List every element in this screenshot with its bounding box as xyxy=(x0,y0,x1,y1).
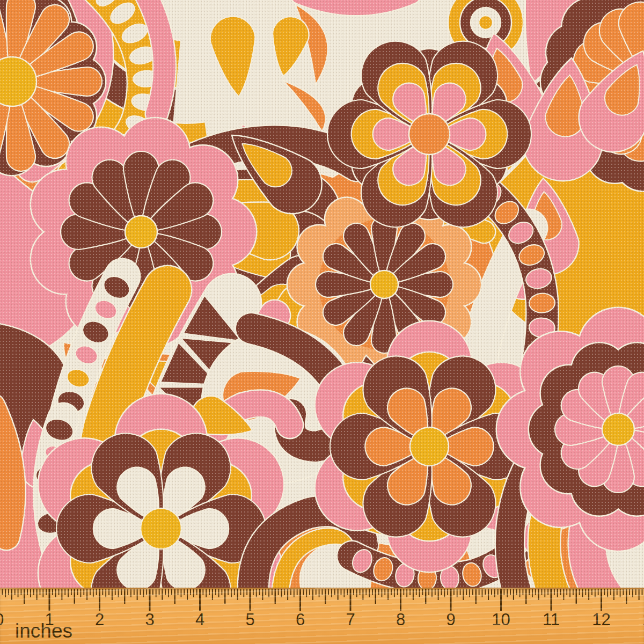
fabric-pattern xyxy=(0,0,644,588)
ruler-number-12: 12 xyxy=(592,610,610,630)
retro-floral-pattern-image xyxy=(0,0,644,588)
ruler-number-9: 9 xyxy=(446,610,455,630)
pink-top-edge xyxy=(301,0,411,5)
ruler-number-5: 5 xyxy=(245,610,254,630)
ruler-number-7: 7 xyxy=(346,610,355,630)
ruler-number-2: 2 xyxy=(95,610,104,630)
ruler-number-8: 8 xyxy=(396,610,405,630)
ruler-number-0: 0 xyxy=(0,610,4,630)
ruler-number-11: 11 xyxy=(543,610,560,630)
ruler-number-4: 4 xyxy=(195,610,204,630)
ruler-unit-label: inches xyxy=(15,620,72,642)
fabric-swatch-photo: 012345678910111213 inches xyxy=(0,0,644,644)
orange-band-left-edge xyxy=(0,407,12,537)
ruler-number-6: 6 xyxy=(296,610,305,630)
ruler-number-10: 10 xyxy=(492,610,510,630)
ruler-number-3: 3 xyxy=(145,610,154,630)
ruler: 012345678910111213 inches xyxy=(0,588,644,644)
